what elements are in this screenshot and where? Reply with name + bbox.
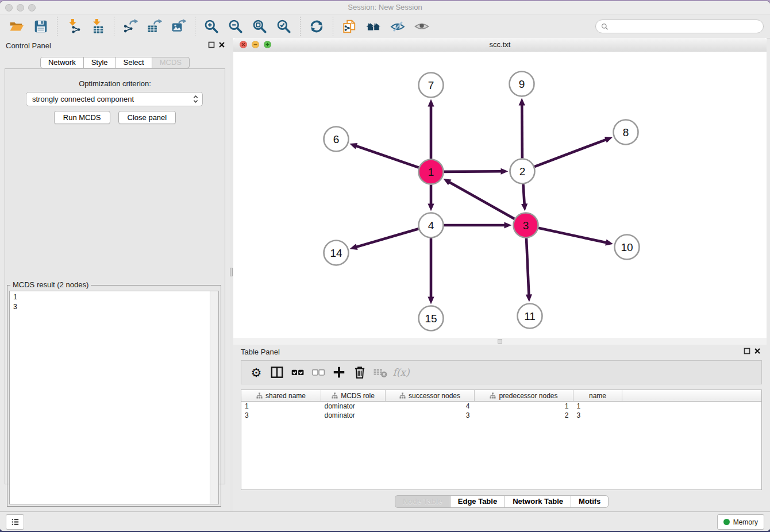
- memory-button[interactable]: Memory: [717, 514, 764, 530]
- result-scrollbar[interactable]: [210, 291, 218, 504]
- run-mcds-button[interactable]: Run MCDS: [54, 111, 110, 124]
- export-network-button[interactable]: [119, 16, 142, 37]
- column-header-successor-nodes[interactable]: successor nodes: [386, 390, 475, 402]
- cell[interactable]: 2: [475, 411, 573, 420]
- export-image-button[interactable]: [167, 16, 190, 37]
- svg-text:10: 10: [621, 241, 633, 253]
- export-table-icon: [147, 19, 162, 34]
- column-header-name[interactable]: name: [573, 390, 622, 402]
- node-4[interactable]: 4: [419, 213, 444, 238]
- optimization-criterion-dropdown[interactable]: strongly connected component: [26, 92, 203, 106]
- cell[interactable]: 3: [573, 411, 622, 420]
- show-column-button[interactable]: [267, 363, 287, 382]
- column-header-predecessor-nodes[interactable]: predecessor nodes: [475, 390, 573, 402]
- node-1[interactable]: 1: [419, 160, 444, 184]
- save-session-button[interactable]: [29, 16, 52, 37]
- zoom-in-button[interactable]: [200, 16, 223, 37]
- table-close-panel-icon[interactable]: [754, 348, 761, 354]
- cell[interactable]: 1: [475, 402, 573, 411]
- delete-column-button[interactable]: [370, 363, 391, 382]
- home-button[interactable]: [362, 16, 385, 37]
- column-type-icon: [256, 392, 263, 399]
- tab-mcds[interactable]: MCDS: [152, 57, 190, 68]
- table-float-panel-icon[interactable]: [744, 348, 750, 354]
- cell[interactable]: dominator: [321, 402, 386, 411]
- cell[interactable]: 3: [386, 411, 475, 420]
- table-settings-button[interactable]: ⚙: [246, 363, 267, 382]
- column-label: predecessor nodes: [499, 392, 557, 400]
- cell[interactable]: dominator: [321, 411, 386, 420]
- tab-style[interactable]: Style: [83, 57, 116, 68]
- hide-panels-button[interactable]: [386, 16, 409, 37]
- node-8[interactable]: 8: [614, 120, 638, 145]
- zoom-fit-button[interactable]: [248, 16, 271, 37]
- check-pair-icon: [290, 365, 305, 380]
- task-history-button[interactable]: [6, 514, 24, 530]
- cell[interactable]: 1: [241, 402, 321, 411]
- birds-eye-button[interactable]: [410, 16, 433, 37]
- table-row[interactable]: 3dominator323: [241, 411, 761, 420]
- zoom-selected-button[interactable]: [272, 16, 295, 37]
- import-table-button[interactable]: [86, 16, 109, 37]
- float-panel-icon[interactable]: [208, 41, 215, 48]
- node-15[interactable]: 15: [419, 306, 444, 331]
- edge-1-2[interactable]: [444, 171, 502, 172]
- tab-motifs[interactable]: Motifs: [571, 495, 609, 508]
- deselect-all-columns-button[interactable]: [308, 363, 329, 382]
- column-type-icon: [332, 392, 338, 399]
- column-type-icon: [399, 392, 406, 399]
- edge-4-14[interactable]: [356, 229, 418, 247]
- node-11[interactable]: 11: [518, 304, 542, 329]
- cell[interactable]: 4: [386, 402, 475, 411]
- apply-layout-button[interactable]: [305, 16, 328, 37]
- tab-select[interactable]: Select: [116, 57, 152, 68]
- import-network-button[interactable]: [62, 16, 85, 37]
- node-6[interactable]: 6: [324, 127, 349, 152]
- tab-edge-table[interactable]: Edge Table: [450, 495, 505, 508]
- tab-network[interactable]: Network: [40, 57, 84, 68]
- export-table-button[interactable]: [143, 16, 166, 37]
- tab-network-table[interactable]: Network Table: [505, 495, 571, 508]
- column-header-shared-name[interactable]: shared name: [241, 390, 321, 402]
- mcds-result-textarea[interactable]: 13: [9, 291, 219, 504]
- network-frame-titlebar[interactable]: scc.txt: [233, 38, 767, 52]
- open-session-button[interactable]: [5, 16, 28, 37]
- zoom-out-button[interactable]: [224, 16, 247, 37]
- close-panel-button[interactable]: Close panel: [118, 111, 176, 124]
- table-row[interactable]: 1dominator411: [241, 402, 761, 411]
- splitter-handle[interactable]: [230, 268, 233, 276]
- edge-2-9[interactable]: [522, 104, 522, 158]
- node-7[interactable]: 7: [419, 73, 444, 98]
- memory-status-dot: [723, 519, 730, 525]
- edge-2-8[interactable]: [534, 140, 607, 167]
- select-all-columns-button[interactable]: [287, 363, 308, 382]
- cell[interactable]: 1: [573, 402, 622, 411]
- tab-node-table[interactable]: Node Table: [395, 495, 451, 508]
- import-network-icon: [66, 19, 81, 34]
- node-3[interactable]: 3: [514, 213, 538, 238]
- network-canvas[interactable]: 7968124314101511: [233, 52, 767, 338]
- cell[interactable]: 3: [241, 411, 321, 420]
- edge-3-11[interactable]: [526, 238, 529, 295]
- refresh-icon: [309, 19, 324, 34]
- edge-3-1[interactable]: [449, 182, 514, 219]
- share-network-button[interactable]: [338, 16, 361, 37]
- search-input[interactable]: [609, 22, 763, 31]
- edge-1-6[interactable]: [356, 146, 419, 168]
- search-box[interactable]: [595, 20, 764, 33]
- add-column-button[interactable]: [329, 363, 349, 382]
- function-builder-button[interactable]: f(x): [391, 363, 411, 382]
- node-14[interactable]: 14: [324, 241, 349, 265]
- svg-text:14: 14: [330, 247, 342, 259]
- close-panel-icon[interactable]: [218, 41, 225, 48]
- edge-3-10[interactable]: [538, 228, 607, 243]
- delete-table-button[interactable]: [349, 363, 370, 382]
- node-2[interactable]: 2: [510, 159, 535, 184]
- column-header-MCDS-role[interactable]: MCDS role: [321, 390, 386, 402]
- export-image-icon: [171, 19, 186, 34]
- node-10[interactable]: 10: [615, 235, 640, 260]
- zoom-selected-icon: [276, 19, 291, 34]
- node-9[interactable]: 9: [510, 72, 534, 97]
- canvas-resize-handle[interactable]: [498, 339, 502, 344]
- edge-2-3[interactable]: [523, 184, 524, 205]
